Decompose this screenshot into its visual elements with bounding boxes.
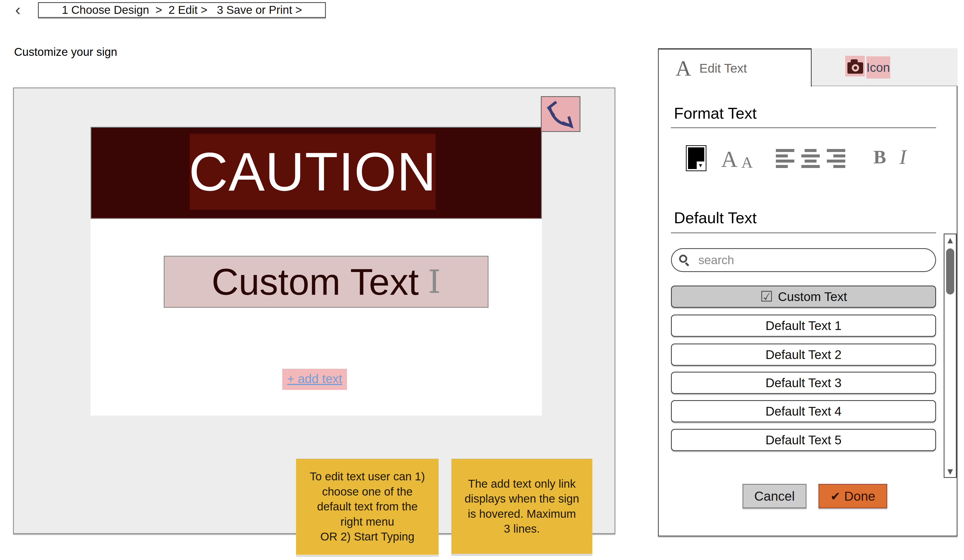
italic-button[interactable]: I [899,145,906,169]
scroll-up-icon[interactable]: ▲ [944,236,956,244]
default-text-option-1[interactable]: Default Text 1 [671,315,936,337]
text-format-a-icon: A [676,57,691,79]
text-color-picker[interactable]: ▾ [686,145,707,171]
caution-text: CAUTION [189,135,437,208]
add-text-link[interactable]: + add text [287,372,342,386]
breadcrumb-text: 1 Choose Design > 2 Edit > 3 Save or Pri… [62,3,302,16]
cancel-label: Cancel [754,489,795,504]
checkbox-checked-icon: ☑ [760,289,773,304]
note-text: To edit text user can 1) choose one of t… [310,469,425,544]
tab-icon-label-highlight: Icon [866,56,890,79]
divider [671,127,936,128]
align-right-button[interactable] [827,149,845,168]
scrollbar-thumb[interactable] [946,248,954,294]
option-label: Custom Text [778,289,847,304]
tab-edit-text-label: Edit Text [699,61,747,76]
tab-icon-label: Icon [866,60,890,75]
align-left-button[interactable] [776,149,794,168]
scrollbar[interactable]: ▲ ▼ [944,234,957,478]
option-label: Default Text 4 [765,404,842,419]
font-size-decrease-button[interactable]: A [741,154,753,171]
search-icon [679,255,687,263]
page-title: Customize your sign [14,45,117,58]
default-text-option-custom[interactable]: ☑ Custom Text [671,286,936,308]
alignment-controls [776,149,845,168]
done-label: Done [844,489,875,504]
font-size-increase-button[interactable]: A [721,148,738,171]
bold-button[interactable]: B [873,146,886,168]
option-label: Default Text 2 [765,347,842,362]
caret-down-icon: ▾ [699,162,702,169]
default-text-option-3[interactable]: Default Text 3 [671,372,936,394]
default-text-option-4[interactable]: Default Text 4 [671,400,936,422]
rotate-arrow-icon [542,97,580,131]
format-text-heading: Format Text [674,104,757,122]
check-icon: ✔ [830,489,840,503]
editor-canvas: CAUTION Custom Text I + add text To edit… [13,88,616,534]
default-text-heading: Default Text [674,209,757,227]
option-label: Default Text 3 [765,375,842,390]
custom-text-field[interactable]: Custom Text I [164,256,489,308]
camera-lens [852,64,859,71]
cancel-button[interactable]: Cancel [743,484,806,508]
divider [671,232,936,233]
tab-edit-text[interactable]: A Edit Text [658,48,812,87]
rotate-handle[interactable] [541,96,580,132]
search-box [671,248,936,272]
scroll-down-icon[interactable]: ▼ [944,467,956,476]
done-button[interactable]: ✔ Done [818,484,887,508]
default-text-option-2[interactable]: Default Text 2 [671,344,936,366]
option-label: Default Text 5 [765,433,842,447]
caution-text-block[interactable]: CAUTION [190,134,436,210]
option-label: Default Text 1 [765,318,842,333]
annotation-note: To edit text user can 1) choose one of t… [296,459,439,555]
color-dropdown: ▾ [697,161,704,169]
breadcrumb[interactable]: 1 Choose Design > 2 Edit > 3 Save or Pri… [38,2,326,18]
sign-header-band[interactable]: CAUTION [91,127,542,219]
camera-icon [847,62,863,74]
custom-text-value: Custom Text [212,257,418,306]
default-text-option-5[interactable]: Default Text 5 [671,429,936,451]
note-text: The add text only link displays when the… [465,476,579,536]
align-center-button[interactable] [801,149,820,168]
text-cursor-icon: I [428,263,441,300]
tab-icon[interactable]: Icon [840,53,897,81]
back-chevron-icon[interactable]: ‹ [15,2,21,18]
add-text-highlight: + add text [282,369,347,390]
edit-text-panel: Format Text ▾ A A B I Default Text ☑ Cus… [658,86,957,536]
sign-editor-screen: ‹ 1 Choose Design > 2 Edit > 3 Save or P… [0,0,964,560]
font-size-controls: A A [721,144,753,171]
search-input[interactable] [671,248,936,272]
annotation-note: The add text only link displays when the… [451,459,592,554]
